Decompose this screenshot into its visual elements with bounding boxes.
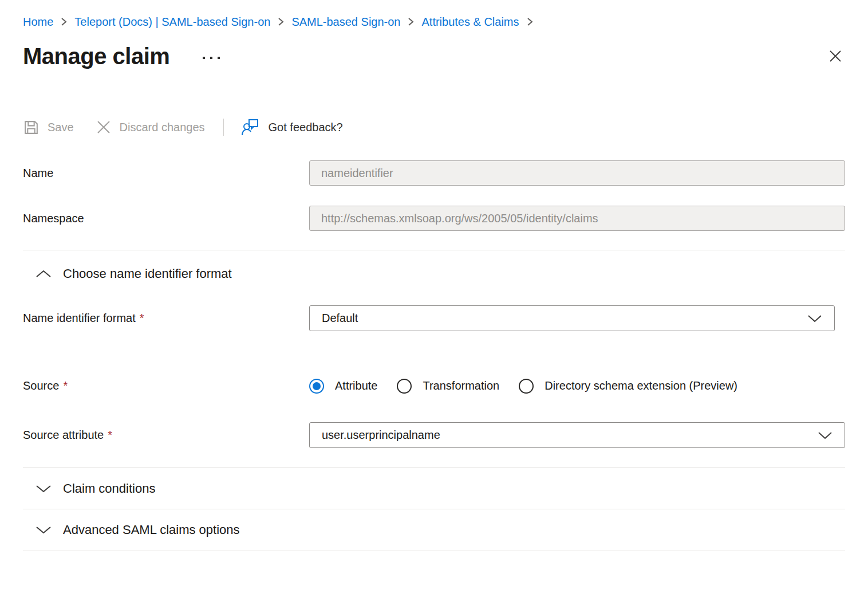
source-radio-group: Attribute Transformation Directory schem… (309, 379, 845, 394)
got-feedback-button[interactable]: Got feedback? (241, 118, 343, 136)
ellipsis-icon[interactable] (203, 53, 220, 59)
required-asterisk: * (140, 312, 144, 324)
section-choose-name-identifier-format[interactable]: Choose name identifier format (23, 264, 845, 284)
person-feedback-icon (241, 118, 261, 136)
command-bar: Save Discard changes Got feedback (23, 115, 845, 140)
floppy-disk-icon (23, 119, 40, 136)
name-label: Name (23, 167, 309, 180)
got-feedback-label: Got feedback? (269, 121, 343, 134)
source-attribute-label: Source attribute* (23, 429, 309, 442)
breadcrumb-chevron-icon (408, 17, 414, 27)
chevron-down-icon (818, 431, 833, 439)
close-icon[interactable] (826, 46, 845, 66)
radio-transformation[interactable]: Transformation (397, 379, 499, 394)
chevron-up-icon (35, 269, 52, 278)
radio-circle-icon (519, 379, 534, 394)
section-title: Claim conditions (63, 481, 155, 496)
save-button[interactable]: Save (23, 119, 74, 136)
section-title: Choose name identifier format (63, 266, 232, 281)
name-identifier-format-select[interactable]: Default (309, 305, 835, 331)
x-icon (96, 119, 112, 135)
panel-header: Manage claim (23, 40, 845, 72)
section-title: Advanced SAML claims options (63, 523, 240, 537)
required-asterisk: * (108, 429, 112, 441)
radio-circle-icon (397, 379, 412, 394)
toolbar-divider (223, 119, 224, 136)
discard-changes-button[interactable]: Discard changes (96, 119, 205, 135)
breadcrumb-link-saml-signon[interactable]: SAML-based Sign-on (291, 14, 400, 30)
source-row: Source* Attribute Transformation Directo… (23, 373, 845, 399)
section-advanced-saml-claims-options[interactable]: Advanced SAML claims options (23, 509, 845, 551)
radio-circle-icon (309, 379, 324, 394)
chevron-down-icon (35, 484, 52, 493)
source-attribute-value: user.userprincipalname (322, 429, 440, 442)
radio-directory-schema-extension[interactable]: Directory schema extension (Preview) (519, 379, 737, 394)
breadcrumb-link-app[interactable]: Teleport (Docs) | SAML-based Sign-on (74, 14, 270, 30)
name-input (309, 160, 845, 186)
breadcrumb-chevron-icon (278, 17, 284, 27)
namespace-input (309, 206, 845, 231)
name-row: Name (23, 160, 845, 186)
radio-attribute-label: Attribute (335, 379, 377, 392)
breadcrumb-link-home[interactable]: Home (23, 14, 53, 30)
namespace-label: Namespace (23, 212, 309, 225)
radio-directory-schema-extension-label: Directory schema extension (Preview) (545, 379, 737, 392)
breadcrumb-chevron-icon (61, 17, 67, 27)
radio-attribute[interactable]: Attribute (309, 379, 377, 394)
namespace-row: Namespace (23, 206, 845, 231)
source-label: Source* (23, 379, 309, 392)
save-label: Save (48, 121, 74, 134)
section-claim-conditions[interactable]: Claim conditions (23, 468, 845, 509)
radio-transformation-label: Transformation (423, 379, 499, 392)
breadcrumb-link-attributes-claims[interactable]: Attributes & Claims (421, 14, 519, 30)
chevron-down-icon (35, 525, 52, 535)
source-attribute-select[interactable]: user.userprincipalname (309, 422, 845, 448)
source-attribute-row: Source attribute* user.userprincipalname (23, 422, 845, 448)
divider (23, 551, 845, 551)
required-asterisk: * (63, 379, 68, 392)
chevron-down-icon (807, 315, 822, 323)
manage-claim-panel: Home Teleport (Docs) | SAML-based Sign-o… (0, 0, 868, 551)
page-title: Manage claim (23, 44, 169, 69)
name-identifier-format-label: Name identifier format* (23, 312, 309, 325)
name-identifier-format-value: Default (322, 312, 358, 325)
breadcrumb: Home Teleport (Docs) | SAML-based Sign-o… (23, 0, 845, 30)
name-identifier-format-row: Name identifier format* Default (23, 305, 845, 331)
discard-changes-label: Discard changes (120, 121, 205, 134)
divider (23, 250, 845, 250)
breadcrumb-chevron-icon (527, 17, 533, 27)
